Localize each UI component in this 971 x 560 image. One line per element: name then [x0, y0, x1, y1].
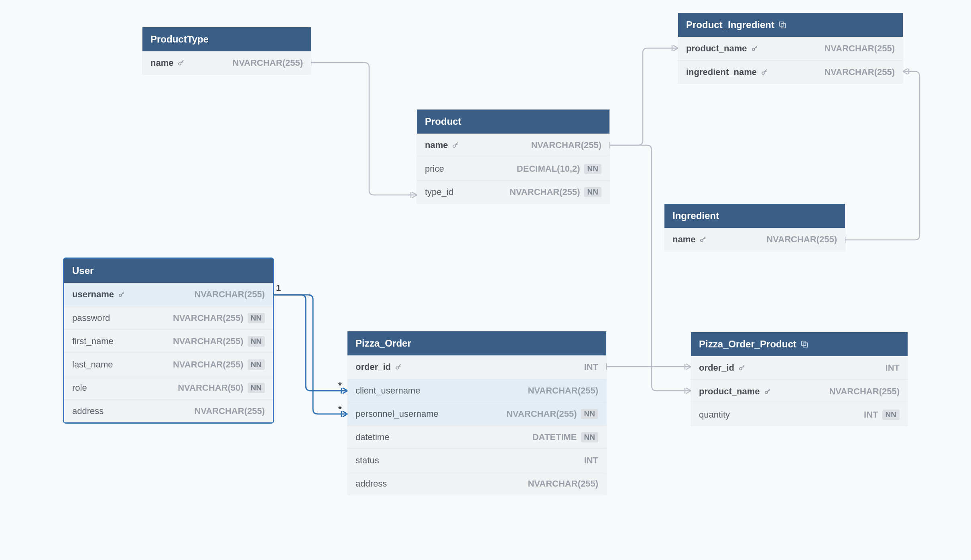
column-name: role: [72, 383, 87, 393]
column-name: client_username: [355, 386, 420, 396]
column-name: name: [425, 140, 448, 150]
entity-title: Pizza_Order_Product: [699, 339, 796, 349]
column-row[interactable]: client_username NVARCHAR(255): [347, 379, 606, 402]
svg-point-9: [739, 367, 742, 370]
column-name: name: [150, 58, 173, 68]
entity-header[interactable]: Product_Ingredient: [678, 13, 903, 37]
column-type: NVARCHAR(255): [766, 234, 837, 245]
entity-pizza-order[interactable]: Pizza_Order order_id INT client_username…: [347, 331, 606, 495]
nn-badge: NN: [248, 383, 265, 393]
column-type: DECIMAL(10,2): [517, 164, 580, 174]
column-name: last_name: [72, 359, 113, 370]
column-row[interactable]: ingredient_name NVARCHAR(255): [678, 60, 903, 83]
column-row[interactable]: address NVARCHAR(255): [347, 472, 606, 495]
column-name: product_name: [686, 43, 747, 54]
column-row[interactable]: product_name NVARCHAR(255): [691, 379, 908, 403]
column-type: NVARCHAR(255): [194, 289, 265, 300]
entity-rows: order_id INT client_username NVARCHAR(25…: [347, 355, 606, 495]
column-row[interactable]: first_name NVARCHAR(255)NN: [64, 329, 273, 353]
column-row[interactable]: name NVARCHAR(255): [664, 228, 845, 251]
entity-user[interactable]: User username NVARCHAR(255) password NVA…: [64, 259, 273, 422]
svg-point-7: [396, 367, 398, 369]
nn-badge: NN: [581, 409, 598, 419]
er-diagram-canvas[interactable]: ProductType name NVARCHAR(255) Product n…: [0, 0, 971, 560]
column-type: INT: [864, 410, 878, 420]
cardinality-label: 1: [276, 283, 281, 293]
entity-title: Product_Ingredient: [686, 20, 774, 30]
column-type: INT: [886, 363, 900, 373]
column-row[interactable]: address NVARCHAR(255): [64, 399, 273, 422]
column-type: NVARCHAR(255): [173, 359, 244, 370]
svg-rect-2: [780, 22, 784, 26]
column-name: order_id: [699, 363, 734, 373]
column-type: NVARCHAR(255): [829, 386, 900, 397]
column-type: DATETIME: [532, 432, 577, 442]
column-row[interactable]: datetime DATETIMENN: [347, 425, 606, 448]
entity-title: Ingredient: [672, 211, 719, 221]
column-type: NVARCHAR(255): [510, 187, 580, 197]
column-row[interactable]: price DECIMAL(10,2)NN: [417, 157, 609, 180]
column-name: personnel_username: [355, 409, 439, 419]
column-row[interactable]: product_name NVARCHAR(255): [678, 37, 903, 60]
entity-title: Pizza_Order: [355, 339, 411, 348]
svg-point-6: [119, 294, 122, 296]
column-row[interactable]: quantity INTNN: [691, 403, 908, 426]
key-icon: [177, 59, 185, 67]
entity-pizza-order-product[interactable]: Pizza_Order_Product order_id INT product…: [691, 332, 908, 426]
entity-header[interactable]: Pizza_Order: [347, 331, 606, 355]
entity-product-ingredient[interactable]: Product_Ingredient product_name NVARCHAR…: [678, 13, 903, 83]
column-row[interactable]: status INT: [347, 448, 606, 472]
entity-header[interactable]: Product: [417, 110, 609, 134]
key-icon: [751, 45, 758, 52]
column-row[interactable]: order_id INT: [347, 355, 606, 379]
entity-header[interactable]: Ingredient: [664, 204, 845, 228]
svg-point-10: [765, 391, 768, 394]
key-icon: [452, 142, 459, 149]
column-row[interactable]: name NVARCHAR(255): [142, 51, 311, 75]
column-type: NVARCHAR(255): [173, 336, 244, 347]
entity-rows: order_id INT product_name NVARCHAR(255) …: [691, 356, 908, 426]
nn-badge: NN: [248, 359, 265, 370]
column-name: username: [72, 289, 114, 300]
entity-rows: username NVARCHAR(255) password NVARCHAR…: [64, 283, 273, 422]
column-row[interactable]: order_id INT: [691, 356, 908, 379]
entity-header[interactable]: ProductType: [142, 27, 311, 51]
key-icon: [738, 364, 746, 371]
entity-rows: name NVARCHAR(255): [142, 51, 311, 75]
svg-point-5: [701, 239, 703, 241]
column-row[interactable]: personnel_username NVARCHAR(255)NN: [347, 402, 606, 425]
column-type: NVARCHAR(50): [178, 383, 243, 393]
column-name: ingredient_name: [686, 67, 757, 77]
nn-badge: NN: [581, 432, 598, 442]
column-type: NVARCHAR(255): [824, 67, 895, 77]
entity-header[interactable]: Pizza_Order_Product: [691, 332, 908, 356]
column-name: password: [72, 313, 110, 323]
column-row[interactable]: password NVARCHAR(255)NN: [64, 306, 273, 329]
column-row[interactable]: last_name NVARCHAR(255)NN: [64, 353, 273, 376]
cardinality-label: *: [338, 404, 342, 414]
key-icon: [764, 388, 771, 395]
column-row[interactable]: role NVARCHAR(50)NN: [64, 376, 273, 399]
svg-rect-8: [801, 341, 806, 346]
nn-badge: NN: [248, 336, 265, 347]
entity-header[interactable]: User: [64, 259, 273, 283]
column-type: INT: [584, 362, 598, 372]
column-name: type_id: [425, 187, 453, 197]
svg-point-4: [762, 72, 764, 74]
key-icon: [761, 69, 768, 76]
column-type: NVARCHAR(255): [528, 386, 598, 396]
column-name: first_name: [72, 336, 114, 347]
column-type: NVARCHAR(255): [194, 406, 265, 416]
entity-ingredient[interactable]: Ingredient name NVARCHAR(255): [664, 204, 845, 251]
entity-producttype[interactable]: ProductType name NVARCHAR(255): [142, 27, 311, 75]
column-name: quantity: [699, 410, 730, 420]
weak-entity-icon: [800, 340, 808, 348]
nn-badge: NN: [584, 187, 601, 197]
column-name: datetime: [355, 432, 389, 442]
column-row[interactable]: type_id NVARCHAR(255)NN: [417, 180, 609, 203]
column-row[interactable]: name NVARCHAR(255): [417, 134, 609, 157]
entity-product[interactable]: Product name NVARCHAR(255) price DECIMAL…: [417, 110, 609, 203]
column-row[interactable]: username NVARCHAR(255): [64, 283, 273, 306]
column-type: NVARCHAR(255): [173, 313, 244, 323]
column-name: order_id: [355, 362, 391, 372]
